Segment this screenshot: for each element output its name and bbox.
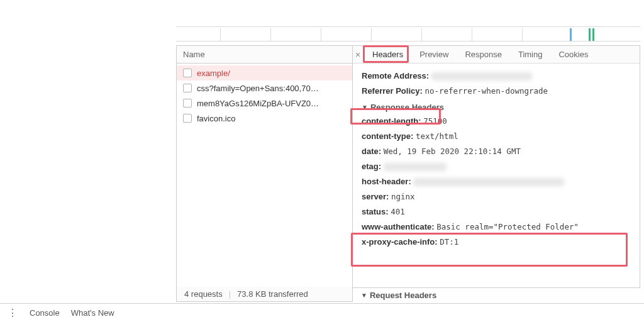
header-row: content-length: 75100 — [362, 114, 631, 129]
header-row-status: status: 401 — [362, 204, 631, 219]
header-row: content-type: text/html — [362, 129, 631, 144]
kebab-menu-icon[interactable]: ⋮ — [8, 307, 18, 319]
timeline-bar — [592, 28, 594, 41]
redacted-value — [431, 72, 532, 80]
request-headers-label: Request Headers — [370, 291, 436, 300]
initiator-icon — [183, 84, 192, 92]
response-headers-section[interactable]: ▼ Response Headers — [362, 103, 631, 112]
transferred-size: 73.8 KB transferred — [237, 289, 308, 299]
request-row[interactable]: favicon.ico — [177, 111, 352, 126]
redacted-value — [413, 178, 564, 186]
drawer-tab-whats-new[interactable]: What's New — [71, 308, 114, 318]
header-row: etag: — [362, 159, 631, 174]
chevron-down-icon: ▼ — [361, 292, 367, 299]
close-icon[interactable]: × — [352, 46, 364, 64]
header-row: server: nginx — [362, 189, 631, 204]
timeline-bar — [589, 28, 591, 41]
request-row[interactable]: example/ — [177, 65, 352, 80]
headers-content: Remote Address: Referrer Policy: no-refe… — [353, 64, 640, 287]
header-row: host-header: — [362, 174, 631, 189]
request-name: example/ — [197, 69, 230, 78]
drawer: ⋮ Console What's New — [0, 303, 644, 322]
request-row[interactable]: mem8YaGs126MiZpBA-UFVZ0… — [177, 96, 352, 111]
request-headers-section[interactable]: ▼ Request Headers — [352, 288, 640, 302]
initiator-icon — [183, 99, 192, 108]
header-row: x-proxy-cache-info: DT:1 — [362, 235, 631, 250]
detail-tabs: Headers Preview Response Timing Cookies — [353, 46, 640, 64]
tab-response[interactable]: Response — [457, 46, 510, 64]
remote-address-row: Remote Address: — [362, 69, 631, 84]
header-row-www-authenticate: www-authenticate: Basic realm="Protected… — [362, 219, 631, 235]
referrer-policy-value: no-referrer-when-downgrade — [425, 86, 548, 96]
chevron-down-icon: ▼ — [362, 104, 368, 111]
request-name: css?family=Open+Sans:400,70… — [197, 84, 319, 93]
response-headers-label: Response Headers — [370, 103, 444, 112]
request-detail-panel: × Headers Preview Response Timing Cookie… — [353, 45, 640, 288]
devtools-viewport: Name example/ css?family=Open+Sans:400,7… — [0, 0, 644, 322]
tab-timing[interactable]: Timing — [510, 46, 551, 64]
initiator-icon — [183, 114, 192, 123]
request-name: mem8YaGs126MiZpBA-UFVZ0… — [197, 99, 319, 108]
name-column-header[interactable]: Name — [177, 46, 352, 64]
tab-headers[interactable]: Headers — [364, 46, 411, 64]
requests-count: 4 requests — [184, 289, 223, 299]
drawer-tab-console[interactable]: Console — [30, 308, 60, 318]
remote-address-label: Remote Address: — [362, 71, 429, 80]
referrer-policy-row: Referrer Policy: no-referrer-when-downgr… — [362, 84, 631, 99]
initiator-icon — [183, 69, 192, 77]
referrer-policy-label: Referrer Policy: — [362, 86, 423, 96]
request-list: example/ css?family=Open+Sans:400,70… me… — [177, 64, 352, 128]
timeline-bar — [570, 28, 572, 41]
redacted-value — [384, 163, 447, 171]
request-name: favicon.ico — [197, 114, 235, 123]
tab-cookies[interactable]: Cookies — [550, 46, 596, 64]
network-summary-bar: 4 requests | 73.8 KB transferred — [176, 287, 353, 302]
overview-timeline[interactable] — [176, 26, 640, 42]
header-row: date: Wed, 19 Feb 2020 22:10:14 GMT — [362, 144, 631, 159]
tab-preview[interactable]: Preview — [411, 46, 457, 64]
request-list-panel: Name example/ css?family=Open+Sans:400,7… — [176, 45, 353, 288]
request-row[interactable]: css?family=Open+Sans:400,70… — [177, 80, 352, 96]
